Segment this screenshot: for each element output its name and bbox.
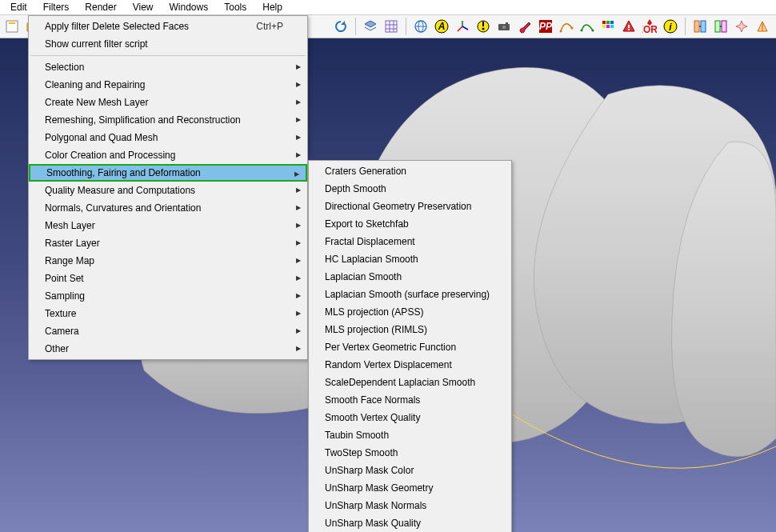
svg-rect-32 [715,21,720,32]
menu-item-label: MLS projection (RIMLS) [325,324,427,335]
smoothing-item[interactable]: Random Vertex Displacement [309,356,511,374]
palette-icon[interactable] [598,17,618,36]
info-icon[interactable]: i [661,17,680,36]
menu-help[interactable]: Help [254,0,290,14]
svg-rect-12 [506,22,508,24]
menu-item-label: Export to Sketchfab [325,218,409,230]
menu-item-label: Taubin Smooth [325,430,389,441]
filters-cat-color[interactable]: Color Creation and Processing [29,146,307,164]
georef-icon[interactable]: GEOREF [640,17,659,36]
toolbar-separator [355,18,356,35]
menu-filters[interactable]: Filters [35,0,78,14]
menu-item-label: Texture [45,308,76,319]
filters-apply-last[interactable]: Apply filter Delete Selected Faces Ctrl+… [29,18,307,35]
menu-item-label: UnSharp Mask Color [325,465,414,476]
smoothing-item[interactable]: UnSharp Mask Color [309,462,511,479]
smoothing-item[interactable]: ScaleDependent Laplacian Smooth [309,374,511,391]
warning-icon[interactable] [619,17,638,36]
smoothing-item[interactable]: Per Vertex Geometric Function [309,338,511,356]
filters-cat-point-set[interactable]: Point Set [29,270,307,287]
smoothing-item[interactable]: UnSharp Mask Normals [309,497,511,514]
svg-rect-26 [628,29,630,30]
svg-point-15 [560,30,562,33]
transfer-a-icon[interactable] [690,17,710,36]
svg-rect-33 [722,21,726,32]
filters-show-script[interactable]: Show current filter script [29,35,307,53]
smoothing-item[interactable]: MLS projection (APSS) [309,303,511,321]
smoothing-item[interactable]: Taubin Smooth [309,426,511,444]
smoothing-item[interactable]: MLS projection (RIMLS) [309,321,511,338]
pyramid-icon[interactable] [753,17,772,36]
smoothing-item[interactable]: Export to Sketchfab [309,215,511,233]
filters-cat-camera[interactable]: Camera [29,322,307,340]
filters-cat-create-layer[interactable]: Create New Mesh Layer [29,94,307,111]
smoothing-item[interactable]: UnSharp Mask Quality [309,514,511,532]
svg-rect-19 [602,21,606,24]
menu-item-label: ScaleDependent Laplacian Smooth [325,377,475,388]
menu-item-label: Range Map [45,255,94,266]
filters-cat-range-map[interactable]: Range Map [29,252,307,270]
axes-icon[interactable] [453,17,472,36]
grid-icon[interactable] [382,17,401,36]
filters-cat-texture[interactable]: Texture [29,305,307,322]
svg-rect-31 [701,21,706,32]
smoothing-item[interactable]: Directional Geometry Preservation [309,198,511,215]
menu-item-label: Remeshing, Simplification and Reconstruc… [45,114,241,126]
curve-a-icon[interactable] [557,17,576,36]
filters-cat-normals[interactable]: Normals, Curvatures and Orientation [29,199,307,217]
pin-icon[interactable] [474,17,493,36]
menu-item-label: Camera [45,326,79,337]
filters-cat-raster-layer[interactable]: Raster Layer [29,234,307,252]
menu-item-label: Smooth Vertex Quality [325,412,420,423]
smoothing-item[interactable]: Depth Smooth [309,180,511,198]
globe-icon[interactable] [411,17,430,36]
transfer-b-icon[interactable] [711,17,730,36]
svg-rect-20 [606,21,610,24]
menubar: Edit Filters Render View Windows Tools H… [0,0,776,15]
pp-icon[interactable]: PP [536,17,555,36]
smoothing-item[interactable]: UnSharp Mask Geometry [309,479,511,497]
svg-point-17 [581,30,583,32]
menu-item-label: Selection [45,62,84,73]
menu-item-label: Raster Layer [45,238,100,249]
smoothing-item[interactable]: Fractal Displacement [309,233,511,250]
sparkle-icon[interactable] [732,17,751,36]
smoothing-item[interactable]: Smooth Vertex Quality [309,409,511,426]
filters-cat-other[interactable]: Other [29,340,307,358]
menu-item-label: Polygonal and Quad Mesh [45,132,158,143]
menu-item-label: UnSharp Mask Geometry [325,482,433,494]
menu-tools[interactable]: Tools [216,0,254,14]
menu-view[interactable]: View [125,0,162,14]
smoothing-item[interactable]: HC Laplacian Smooth [309,250,511,268]
filters-cat-smoothing[interactable]: Smoothing, Fairing and Deformation [29,164,307,182]
menu-windows[interactable]: Windows [162,0,217,14]
reload-icon[interactable] [331,17,350,36]
smoothing-item[interactable]: Laplacian Smooth [309,268,511,286]
filters-cat-polygonal[interactable]: Polygonal and Quad Mesh [29,129,307,146]
filters-cat-quality[interactable]: Quality Measure and Computations [29,182,307,199]
menu-item-label: Smooth Face Normals [325,394,420,406]
smoothing-item[interactable]: TwoStep Smooth [309,444,511,462]
curve-b-icon[interactable] [578,17,597,36]
brush-icon[interactable] [515,17,534,36]
svg-rect-30 [694,21,699,32]
filters-cat-sampling[interactable]: Sampling [29,287,307,305]
filters-cat-selection[interactable]: Selection [29,58,307,76]
filters-cat-mesh-layer[interactable]: Mesh Layer [29,217,307,234]
smoothing-item[interactable]: Laplacian Smooth (surface preserving) [309,286,511,303]
menu-edit[interactable]: Edit [2,0,35,14]
menu-item-label: Mesh Layer [45,220,95,231]
filters-cat-cleaning[interactable]: Cleaning and Repairing [29,76,307,94]
layers-icon[interactable] [361,17,380,36]
camera-icon[interactable] [494,17,514,36]
svg-point-11 [502,26,506,29]
svg-rect-24 [610,25,614,28]
new-project-icon[interactable] [2,17,22,36]
menu-item-label: Other [45,343,69,354]
smoothing-item[interactable]: Craters Generation [309,162,511,180]
filters-cat-remeshing[interactable]: Remeshing, Simplification and Reconstruc… [29,111,307,129]
menu-render[interactable]: Render [77,0,124,14]
smoothing-item[interactable]: Smooth Face Normals [309,391,511,409]
menu-item-label: Show current filter script [45,38,148,50]
annotate-icon[interactable]: A [432,17,451,36]
